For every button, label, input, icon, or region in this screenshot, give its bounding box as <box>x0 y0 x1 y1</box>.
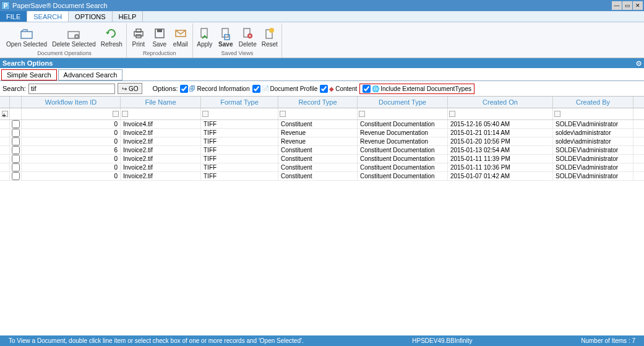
menu-options[interactable]: OPTIONS <box>69 11 113 22</box>
table-row[interactable]: 6Invoice2.tifTIFFConstituentConstituent … <box>0 146 644 155</box>
row-expand[interactable] <box>0 155 10 163</box>
cell-doctype: Revenue Documentation <box>358 129 448 137</box>
maximize-button[interactable]: ▭ <box>622 1 632 10</box>
col-record-type[interactable]: Record Type <box>278 97 358 108</box>
table-row[interactable]: 0Invoice2.tifTIFFConstituentConstituent … <box>0 172 644 181</box>
checkbox-doc-profile[interactable] <box>252 85 260 93</box>
grid-body-wrap[interactable]: 0Invoice4.tifTIFFConstituentConstituent … <box>0 120 644 346</box>
folder-open-icon <box>19 27 34 41</box>
col-created-on[interactable]: Created On <box>448 97 553 108</box>
section-pin-icon[interactable]: ⊙ <box>636 59 642 67</box>
checkbox-record-info[interactable] <box>180 85 188 93</box>
menu-file[interactable]: FILE <box>0 11 27 22</box>
svg-rect-4 <box>136 29 141 32</box>
checkbox-column <box>10 97 22 108</box>
filter-cb[interactable] <box>554 111 560 117</box>
search-input[interactable] <box>28 84 115 94</box>
filter-wid[interactable] <box>113 111 119 117</box>
row-expand[interactable] <box>0 120 10 128</box>
row-checkbox[interactable] <box>12 163 20 171</box>
row-checkbox[interactable] <box>12 129 20 137</box>
reset-button[interactable]: Reset <box>259 24 280 50</box>
cell-createdon: 2015-01-20 10:56 PM <box>448 137 553 145</box>
cell-wid: 6 <box>22 146 121 154</box>
col-created-by[interactable]: Created By <box>553 97 633 108</box>
go-arrow-icon: ↪ <box>122 85 127 92</box>
cell-recordtype: Constituent <box>278 155 358 163</box>
print-button[interactable]: Print <box>128 24 149 50</box>
app-icon: P <box>1 1 10 10</box>
delete-view-icon <box>240 26 255 41</box>
col-document-type[interactable]: Document Type <box>358 97 448 108</box>
cell-formattype: TIFF <box>201 172 278 180</box>
apply-button[interactable]: Apply <box>194 24 215 50</box>
cell-recordtype: Revenue <box>278 137 358 145</box>
delete-folder-icon <box>66 27 81 41</box>
filter-rt[interactable] <box>280 111 286 117</box>
table-row[interactable]: 0Invoice4.tifTIFFConstituentConstituent … <box>0 120 644 129</box>
cell-filename: Invoice2.tif <box>121 137 201 145</box>
cell-filename: Invoice2.tif <box>121 146 201 154</box>
row-checkbox[interactable] <box>12 137 20 145</box>
delete-selected-button[interactable]: Delete Selected <box>49 24 98 50</box>
open-selected-label: Open Selected <box>6 41 47 48</box>
cell-createdon: 2015-01-11 10:36 PM <box>448 163 553 171</box>
cell-formattype: TIFF <box>201 120 278 128</box>
table-row[interactable]: 0Invoice2.tifTIFFRevenueRevenue Document… <box>0 129 644 137</box>
row-checkbox-cell <box>10 129 22 137</box>
col-format-type[interactable]: Format Type <box>201 97 278 108</box>
cell-createdby: soldev\administrator <box>553 137 633 145</box>
checkbox-content[interactable] <box>320 85 328 93</box>
close-button[interactable]: ✕ <box>633 1 643 10</box>
status-server: HPSDEV49.BBInfinity <box>407 337 477 344</box>
cell-recordtype: Revenue <box>278 129 358 137</box>
tab-simple-search[interactable]: Simple Search <box>1 69 57 80</box>
svg-rect-0 <box>21 32 32 38</box>
row-checkbox[interactable] <box>12 146 20 154</box>
filter-ft[interactable] <box>202 111 208 117</box>
row-expand[interactable] <box>0 172 10 180</box>
table-row[interactable]: 0Invoice2.tifTIFFRevenueRevenue Document… <box>0 137 644 146</box>
row-checkbox[interactable] <box>12 120 20 128</box>
save-button[interactable]: Save <box>149 24 170 50</box>
tab-advanced-search[interactable]: Advanced Search <box>58 69 123 80</box>
table-row[interactable]: 0Invoice2.tifTIFFConstituentConstituent … <box>0 163 644 172</box>
opt-record-info-label: Record Information <box>197 85 249 92</box>
menu-search[interactable]: SEARCH <box>27 11 69 22</box>
checkbox-external-doctypes[interactable] <box>363 85 371 93</box>
refresh-button[interactable]: Refresh <box>98 24 125 50</box>
row-expand[interactable] <box>0 163 10 171</box>
email-icon <box>173 26 188 41</box>
go-label: GO <box>129 85 139 92</box>
row-checkbox[interactable] <box>12 172 20 180</box>
email-button[interactable]: eMail <box>170 24 191 50</box>
filter-dt[interactable] <box>359 111 365 117</box>
col-workflow-item-id[interactable]: Workflow Item ID <box>22 97 121 108</box>
menu-help[interactable]: HELP <box>113 11 144 22</box>
delete-view-button[interactable]: Delete <box>236 24 259 50</box>
apply-icon <box>197 26 212 41</box>
table-row[interactable]: 0Invoice2.tifTIFFConstituentConstituent … <box>0 155 644 163</box>
status-hint: To View a Document, double click line it… <box>4 337 309 344</box>
row-expand[interactable] <box>0 129 10 137</box>
cell-doctype: Constituent Documentation <box>358 172 448 180</box>
cell-doctype: Constituent Documentation <box>358 120 448 128</box>
cell-doctype: Constituent Documentation <box>358 163 448 171</box>
row-expand[interactable] <box>0 146 10 154</box>
filter-fn[interactable] <box>122 111 128 117</box>
filter-co[interactable] <box>449 111 455 117</box>
cell-createdby: SOLDEV\administrator <box>553 146 633 154</box>
filter-expand[interactable]: + <box>2 111 8 117</box>
row-checkbox[interactable] <box>12 155 20 163</box>
minimize-button[interactable]: — <box>612 1 622 10</box>
row-expand[interactable] <box>0 137 10 145</box>
status-bar: To View a Document, double click line it… <box>0 335 644 346</box>
go-button[interactable]: ↪ GO <box>118 83 143 94</box>
col-file-name[interactable]: File Name <box>121 97 201 108</box>
grid-body: 0Invoice4.tifTIFFConstituentConstituent … <box>0 120 644 181</box>
open-selected-button[interactable]: Open Selected <box>4 24 49 50</box>
external-icon: 🌐 <box>372 85 379 92</box>
cell-createdby: SOLDEV\administrator <box>553 163 633 171</box>
save-view-button[interactable]: Save <box>215 24 236 50</box>
results-grid: Workflow Item ID File Name Format Type R… <box>0 97 644 346</box>
